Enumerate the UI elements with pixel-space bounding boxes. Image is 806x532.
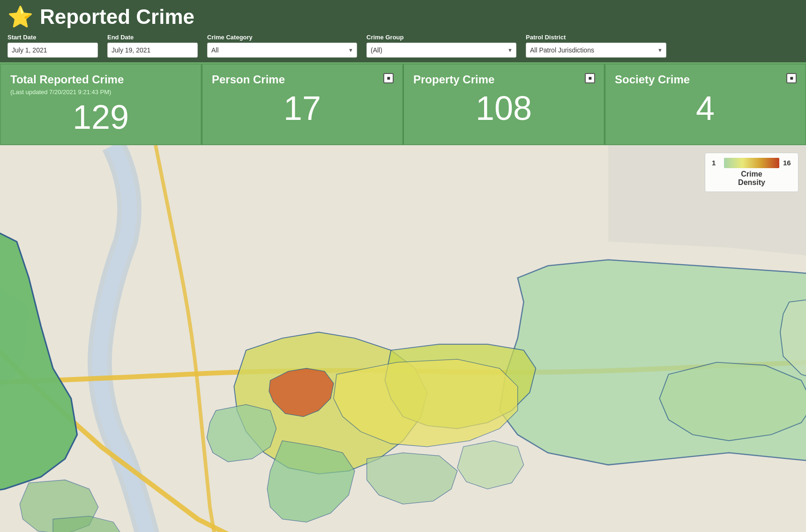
- map-area[interactable]: 1 16 Crime Density: [0, 145, 806, 532]
- filters-bar: Start Date End Date Crime Category All C…: [0, 32, 806, 62]
- legend-gradient: [724, 158, 779, 168]
- end-date-label: End Date: [107, 34, 198, 41]
- patrol-district-label: Patrol District: [526, 34, 666, 41]
- stat-card-person: Person Crime ■ 17: [202, 64, 403, 145]
- crime-group-select-wrap: (All): [366, 43, 516, 58]
- end-date-group: End Date: [107, 34, 198, 58]
- legend-min-label: 1: [712, 159, 720, 167]
- legend-gradient-row: 1 16: [712, 158, 791, 168]
- stat-person-title: Person Crime: [212, 73, 285, 87]
- map-legend: 1 16 Crime Density: [705, 153, 799, 192]
- page-title-text: Reported Crime: [40, 5, 194, 29]
- stats-row: Total Reported Crime (Last updated 7/20/…: [0, 62, 806, 145]
- stat-card-property: Property Crime ■ 108: [403, 64, 604, 145]
- crime-group-select[interactable]: (All): [366, 43, 516, 58]
- legend-max-label: 16: [783, 159, 791, 167]
- stat-property-title: Property Crime: [413, 73, 494, 87]
- person-crime-info-icon[interactable]: ■: [383, 73, 394, 83]
- legend-title-line2: Density: [712, 178, 791, 187]
- start-date-label: Start Date: [7, 34, 98, 41]
- stat-person-value: 17: [212, 91, 393, 125]
- map-svg: [0, 145, 806, 532]
- crime-group-label: Crime Group: [366, 34, 516, 41]
- start-date-input[interactable]: [7, 43, 98, 58]
- stat-total-value: 129: [10, 100, 191, 134]
- header: ⭐ Reported Crime: [0, 0, 806, 32]
- patrol-district-group: Patrol District All Patrol Jurisdictions: [526, 34, 666, 58]
- stat-property-value: 108: [413, 91, 594, 125]
- stat-total-title: Total Reported Crime: [10, 73, 124, 87]
- star-icon: ⭐: [7, 5, 33, 29]
- crime-category-select[interactable]: All: [207, 43, 357, 58]
- stat-society-title: Society Crime: [615, 73, 690, 87]
- society-crime-info-icon[interactable]: ■: [786, 73, 797, 83]
- start-date-group: Start Date: [7, 34, 98, 58]
- stat-card-society: Society Crime ■ 4: [604, 64, 806, 145]
- patrol-district-select-wrap: All Patrol Jurisdictions: [526, 43, 666, 58]
- crime-category-select-wrap: All: [207, 43, 357, 58]
- crime-group-group: Crime Group (All): [366, 34, 516, 58]
- stat-society-value: 4: [615, 91, 796, 125]
- stat-card-total: Total Reported Crime (Last updated 7/20/…: [0, 64, 202, 145]
- property-crime-info-icon[interactable]: ■: [585, 73, 595, 83]
- stat-total-subtitle: (Last updated 7/20/2021 9:21:43 PM): [10, 89, 111, 96]
- end-date-input[interactable]: [107, 43, 198, 58]
- page-title: ⭐ Reported Crime: [7, 5, 194, 29]
- patrol-district-select[interactable]: All Patrol Jurisdictions: [526, 43, 666, 58]
- crime-category-label: Crime Category: [207, 34, 357, 41]
- legend-title-line1: Crime: [712, 170, 791, 178]
- crime-category-group: Crime Category All: [207, 34, 357, 58]
